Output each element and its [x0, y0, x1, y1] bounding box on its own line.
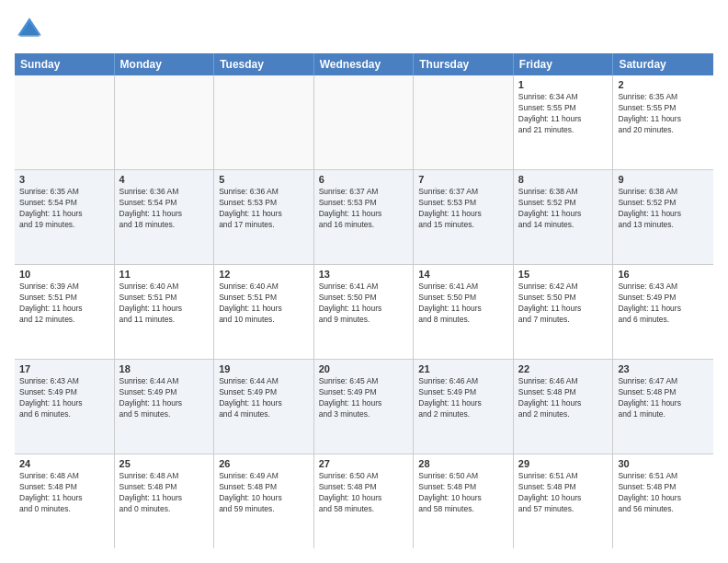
day-info: Sunrise: 6:40 AM Sunset: 5:51 PM Dayligh…: [119, 282, 210, 326]
day-info: Sunrise: 6:50 AM Sunset: 5:48 PM Dayligh…: [418, 471, 508, 515]
calendar-cell: 18Sunrise: 6:44 AM Sunset: 5:49 PM Dayli…: [115, 360, 215, 454]
day-number: 24: [19, 458, 109, 469]
logo-icon: [15, 15, 44, 44]
day-info: Sunrise: 6:42 AM Sunset: 5:50 PM Dayligh…: [518, 282, 609, 326]
calendar-cell: 7Sunrise: 6:37 AM Sunset: 5:53 PM Daylig…: [414, 170, 514, 264]
day-info: Sunrise: 6:44 AM Sunset: 5:49 PM Dayligh…: [119, 376, 210, 420]
day-number: 2: [618, 79, 709, 90]
calendar-cell: 23Sunrise: 6:47 AM Sunset: 5:48 PM Dayli…: [613, 360, 713, 454]
day-number: 1: [518, 79, 609, 90]
day-info: Sunrise: 6:36 AM Sunset: 5:53 PM Dayligh…: [219, 187, 309, 231]
day-number: 11: [119, 269, 210, 280]
calendar-cell: 25Sunrise: 6:48 AM Sunset: 5:48 PM Dayli…: [115, 454, 215, 548]
day-number: 23: [618, 363, 709, 374]
day-info: Sunrise: 6:43 AM Sunset: 5:49 PM Dayligh…: [19, 376, 109, 420]
calendar-cell: 29Sunrise: 6:51 AM Sunset: 5:48 PM Dayli…: [514, 454, 614, 548]
calendar-cell: [214, 75, 314, 169]
calendar-cell: 14Sunrise: 6:41 AM Sunset: 5:50 PM Dayli…: [414, 265, 514, 359]
day-number: 4: [119, 174, 210, 185]
calendar-cell: 22Sunrise: 6:46 AM Sunset: 5:48 PM Dayli…: [514, 360, 614, 454]
day-info: Sunrise: 6:37 AM Sunset: 5:53 PM Dayligh…: [418, 187, 508, 231]
calendar-week-5: 24Sunrise: 6:48 AM Sunset: 5:48 PM Dayli…: [15, 454, 713, 548]
day-number: 5: [219, 174, 309, 185]
day-info: Sunrise: 6:51 AM Sunset: 5:48 PM Dayligh…: [518, 471, 609, 515]
calendar-cell: 15Sunrise: 6:42 AM Sunset: 5:50 PM Dayli…: [514, 265, 614, 359]
header-day-friday: Friday: [514, 53, 614, 75]
day-info: Sunrise: 6:49 AM Sunset: 5:48 PM Dayligh…: [219, 471, 309, 515]
header-day-tuesday: Tuesday: [214, 53, 314, 75]
calendar-week-4: 17Sunrise: 6:43 AM Sunset: 5:49 PM Dayli…: [15, 360, 713, 454]
day-number: 15: [518, 269, 609, 280]
calendar-body: 1Sunrise: 6:34 AM Sunset: 5:55 PM Daylig…: [15, 75, 713, 548]
calendar-week-3: 10Sunrise: 6:39 AM Sunset: 5:51 PM Dayli…: [15, 265, 713, 360]
day-number: 30: [618, 458, 709, 469]
day-info: Sunrise: 6:35 AM Sunset: 5:55 PM Dayligh…: [618, 92, 709, 136]
header-day-thursday: Thursday: [414, 53, 514, 75]
calendar-cell: 24Sunrise: 6:48 AM Sunset: 5:48 PM Dayli…: [15, 454, 115, 548]
day-info: Sunrise: 6:48 AM Sunset: 5:48 PM Dayligh…: [19, 471, 109, 515]
calendar-week-2: 3Sunrise: 6:35 AM Sunset: 5:54 PM Daylig…: [15, 170, 713, 265]
header-day-wednesday: Wednesday: [314, 53, 415, 75]
calendar-cell: 3Sunrise: 6:35 AM Sunset: 5:54 PM Daylig…: [15, 170, 115, 264]
day-info: Sunrise: 6:38 AM Sunset: 5:52 PM Dayligh…: [518, 187, 609, 231]
calendar-cell: 5Sunrise: 6:36 AM Sunset: 5:53 PM Daylig…: [214, 170, 314, 264]
calendar-cell: 19Sunrise: 6:44 AM Sunset: 5:49 PM Dayli…: [214, 360, 314, 454]
calendar-cell: 11Sunrise: 6:40 AM Sunset: 5:51 PM Dayli…: [115, 265, 215, 359]
day-info: Sunrise: 6:44 AM Sunset: 5:49 PM Dayligh…: [219, 376, 309, 420]
day-info: Sunrise: 6:50 AM Sunset: 5:48 PM Dayligh…: [319, 471, 409, 515]
calendar-cell: [115, 75, 215, 169]
day-number: 19: [219, 363, 309, 374]
day-number: 10: [19, 269, 109, 280]
day-number: 26: [219, 458, 309, 469]
calendar-cell: 13Sunrise: 6:41 AM Sunset: 5:50 PM Dayli…: [314, 265, 415, 359]
day-info: Sunrise: 6:46 AM Sunset: 5:48 PM Dayligh…: [518, 376, 609, 420]
day-info: Sunrise: 6:48 AM Sunset: 5:48 PM Dayligh…: [119, 471, 210, 515]
day-info: Sunrise: 6:43 AM Sunset: 5:49 PM Dayligh…: [618, 282, 709, 326]
day-number: 20: [319, 363, 409, 374]
page: SundayMondayTuesdayWednesdayThursdayFrid…: [0, 0, 728, 563]
calendar-cell: 4Sunrise: 6:36 AM Sunset: 5:54 PM Daylig…: [115, 170, 215, 264]
calendar: SundayMondayTuesdayWednesdayThursdayFrid…: [15, 53, 713, 548]
calendar-cell: [15, 75, 115, 169]
day-number: 14: [418, 269, 508, 280]
calendar-cell: 28Sunrise: 6:50 AM Sunset: 5:48 PM Dayli…: [414, 454, 514, 548]
day-number: 8: [518, 174, 609, 185]
day-info: Sunrise: 6:34 AM Sunset: 5:55 PM Dayligh…: [518, 92, 609, 136]
day-number: 29: [518, 458, 609, 469]
header-day-sunday: Sunday: [15, 53, 115, 75]
calendar-header: SundayMondayTuesdayWednesdayThursdayFrid…: [15, 53, 713, 75]
day-number: 22: [518, 363, 609, 374]
calendar-cell: [414, 75, 514, 169]
day-number: 18: [119, 363, 210, 374]
day-info: Sunrise: 6:46 AM Sunset: 5:49 PM Dayligh…: [418, 376, 508, 420]
calendar-cell: 20Sunrise: 6:45 AM Sunset: 5:49 PM Dayli…: [314, 360, 415, 454]
day-number: 28: [418, 458, 508, 469]
calendar-cell: 17Sunrise: 6:43 AM Sunset: 5:49 PM Dayli…: [15, 360, 115, 454]
day-number: 21: [418, 363, 508, 374]
calendar-cell: 9Sunrise: 6:38 AM Sunset: 5:52 PM Daylig…: [613, 170, 713, 264]
day-number: 13: [319, 269, 409, 280]
header-day-monday: Monday: [115, 53, 215, 75]
calendar-week-1: 1Sunrise: 6:34 AM Sunset: 5:55 PM Daylig…: [15, 75, 713, 170]
day-number: 9: [618, 174, 709, 185]
day-number: 27: [319, 458, 409, 469]
calendar-cell: 12Sunrise: 6:40 AM Sunset: 5:51 PM Dayli…: [214, 265, 314, 359]
day-info: Sunrise: 6:40 AM Sunset: 5:51 PM Dayligh…: [219, 282, 309, 326]
day-info: Sunrise: 6:39 AM Sunset: 5:51 PM Dayligh…: [19, 282, 109, 326]
day-info: Sunrise: 6:36 AM Sunset: 5:54 PM Dayligh…: [119, 187, 210, 231]
day-number: 6: [319, 174, 409, 185]
day-number: 17: [19, 363, 109, 374]
day-number: 7: [418, 174, 508, 185]
header: [15, 15, 713, 44]
day-info: Sunrise: 6:45 AM Sunset: 5:49 PM Dayligh…: [319, 376, 409, 420]
logo: [15, 15, 48, 44]
day-number: 12: [219, 269, 309, 280]
calendar-cell: 10Sunrise: 6:39 AM Sunset: 5:51 PM Dayli…: [15, 265, 115, 359]
day-info: Sunrise: 6:41 AM Sunset: 5:50 PM Dayligh…: [418, 282, 508, 326]
day-number: 16: [618, 269, 709, 280]
calendar-cell: 26Sunrise: 6:49 AM Sunset: 5:48 PM Dayli…: [214, 454, 314, 548]
calendar-cell: 30Sunrise: 6:51 AM Sunset: 5:48 PM Dayli…: [613, 454, 713, 548]
day-info: Sunrise: 6:37 AM Sunset: 5:53 PM Dayligh…: [319, 187, 409, 231]
day-number: 25: [119, 458, 210, 469]
calendar-cell: [314, 75, 415, 169]
